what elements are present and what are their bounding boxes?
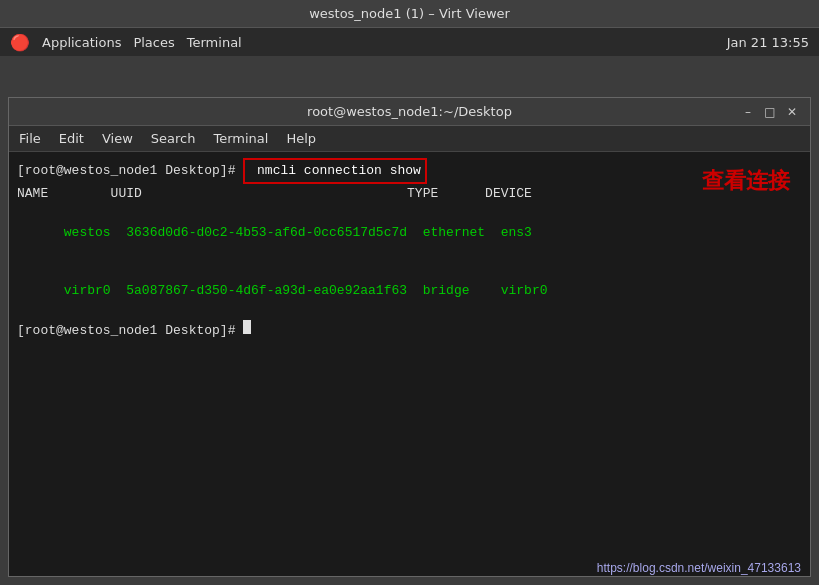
menu-terminal[interactable]: Terminal xyxy=(209,129,272,148)
outer-titlebar: westos_node1 (1) – Virt Viewer xyxy=(0,0,819,28)
terminal-window: root@westos_node1:~/Desktop – □ ✕ File E… xyxy=(8,97,811,577)
row2-uuid: 5a087867-d350-4d6f-a93d-ea0e92aa1f63 xyxy=(111,283,407,298)
annotation-text: 查看连接 xyxy=(702,164,790,197)
menu-view[interactable]: View xyxy=(98,129,137,148)
terminal-title: root@westos_node1:~/Desktop xyxy=(79,104,740,119)
output-header: NAME UUID TYPE DEVICE xyxy=(17,184,802,204)
terminal-menubar: File Edit View Search Terminal Help xyxy=(9,126,810,152)
row1-uuid: 3636d0d6-d0c2-4b53-af6d-0cc6517d5c7d xyxy=(111,225,407,240)
terminal-content[interactable]: 查看连接 [root@westos_node1 Desktop]# nmcli … xyxy=(9,152,810,576)
menu-search[interactable]: Search xyxy=(147,129,200,148)
connection-row-1: westos 3636d0d6-d0c2-4b53-af6d-0cc6517d5… xyxy=(17,203,802,262)
gnome-menu-places[interactable]: Places xyxy=(133,35,174,50)
redhat-icon: 🔴 xyxy=(10,33,30,52)
column-headers: NAME UUID TYPE DEVICE xyxy=(17,184,532,204)
close-button[interactable]: ✕ xyxy=(784,104,800,120)
row2-device: virbr0 xyxy=(485,283,547,298)
outer-window-title: westos_node1 (1) – Virt Viewer xyxy=(309,6,510,21)
command-box: nmcli connection show xyxy=(243,158,427,184)
prompt-line-2: [root@westos_node1 Desktop]# xyxy=(17,320,802,341)
row1-name: westos xyxy=(64,225,111,240)
menu-help[interactable]: Help xyxy=(282,129,320,148)
minimize-button[interactable]: – xyxy=(740,104,756,120)
row1-device: ens3 xyxy=(485,225,532,240)
terminal-cursor xyxy=(243,320,251,334)
row2-name: virbr0 xyxy=(64,283,111,298)
connection-row-2: virbr0 5a087867-d350-4d6f-a93d-ea0e92aa1… xyxy=(17,262,802,321)
gnome-menu-applications[interactable]: Applications xyxy=(42,35,121,50)
terminal-titlebar: root@westos_node1:~/Desktop – □ ✕ xyxy=(9,98,810,126)
gnome-topbar-left: 🔴 Applications Places Terminal xyxy=(10,33,242,52)
gnome-datetime: Jan 21 13:55 xyxy=(727,35,809,50)
prompt2: [root@westos_node1 Desktop]# xyxy=(17,321,243,341)
row1-type: ethernet xyxy=(407,225,485,240)
gnome-menu-terminal[interactable]: Terminal xyxy=(187,35,242,50)
row2-type: bridge xyxy=(407,283,485,298)
menu-edit[interactable]: Edit xyxy=(55,129,88,148)
menu-file[interactable]: File xyxy=(15,129,45,148)
maximize-button[interactable]: □ xyxy=(762,104,778,120)
gnome-topbar: 🔴 Applications Places Terminal Jan 21 13… xyxy=(0,28,819,56)
terminal-window-controls: – □ ✕ xyxy=(740,104,800,120)
prompt1: [root@westos_node1 Desktop]# xyxy=(17,161,243,181)
command-line: [root@westos_node1 Desktop]# nmcli conne… xyxy=(17,158,802,184)
footer-link[interactable]: https://blog.csdn.net/weixin_47133613 xyxy=(597,561,801,575)
